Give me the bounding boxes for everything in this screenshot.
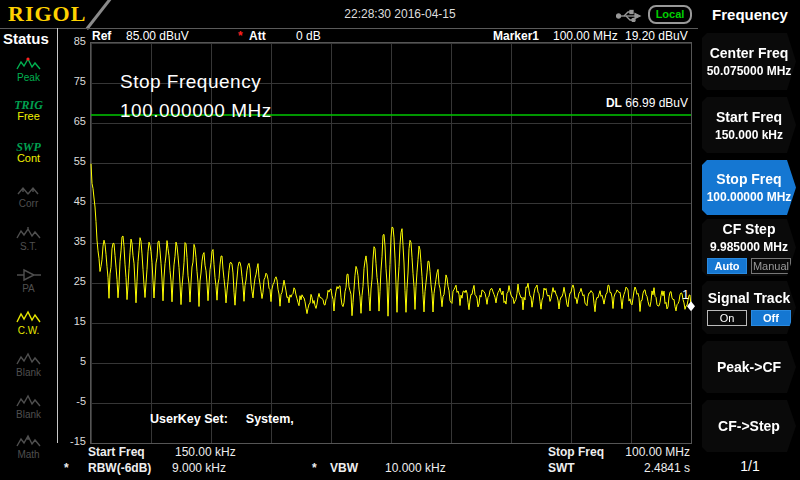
menu-title-frequency: Frequency <box>700 6 800 23</box>
status-item-peak: Peak <box>2 57 55 83</box>
usb-icon <box>616 8 642 26</box>
dl-value: 66.99 dBuV <box>625 96 688 110</box>
rbw-label: RBW(-6dB) <box>88 461 151 475</box>
y-axis-tick: 85 <box>58 35 86 47</box>
analyzer-screen: RIGOL 22:28:30 2016-04-15 Local Status P… <box>0 0 800 480</box>
ref-value: 85.00 dBuV <box>126 29 189 43</box>
y-axis-tick: -15 <box>58 435 86 447</box>
softkey-start-freq[interactable]: Start Freq 150.000 kHz <box>702 97 796 153</box>
status-item-label: C.W. <box>2 325 55 336</box>
marker-readout-ampl: 19.20 dBuV <box>625 29 688 43</box>
trig-mode: Free <box>2 111 55 122</box>
status-item-label: Blank <box>2 367 55 378</box>
display-line-readout: DL 66.99 dBuV <box>480 96 688 110</box>
status-item-sweep: SWP Cont <box>2 142 55 164</box>
status-item-trigger: TRIG Free <box>2 100 55 122</box>
status-item-label: PA <box>2 283 55 294</box>
spectrum-trace <box>91 164 691 317</box>
peak-waveform-icon <box>16 57 42 71</box>
marker-readout-freq: 100.00 MHz <box>553 29 618 43</box>
softkey-cf-to-step[interactable]: CF->Step <box>702 400 796 452</box>
status-item-blank2: Blank <box>2 394 55 420</box>
softkey-label: CF->Step <box>718 418 780 434</box>
status-item-label: Math <box>2 449 55 460</box>
att-coupled-star: * <box>238 29 243 43</box>
marker-readout-label: Marker1 <box>493 29 539 43</box>
swt-label: SWT <box>548 461 575 475</box>
signal-track-off-option[interactable]: Off <box>751 310 791 326</box>
stop-freq-label: Stop Freq <box>548 445 604 459</box>
softkey-label: Start Freq <box>716 109 782 125</box>
softkey-value: 150.000 kHz <box>715 128 783 142</box>
att-label: Att <box>249 29 266 43</box>
status-item-label: Corr <box>2 198 55 209</box>
signal-track-on-option[interactable]: On <box>707 310 747 326</box>
vbw-label: VBW <box>330 461 358 475</box>
status-item-corr: Corr <box>2 184 55 209</box>
status-item-label: Blank <box>2 409 55 420</box>
userkey-label: UserKey Set: <box>150 412 228 426</box>
status-item-cw: C.W. <box>2 310 55 336</box>
y-axis-tick: 5 <box>58 355 86 367</box>
start-freq-label: Start Freq <box>88 445 145 459</box>
signal-track-icon <box>16 226 42 240</box>
softkey-cf-step[interactable]: CF Step 9.985000 MHz Auto Manual <box>702 219 796 276</box>
y-axis-tick: 65 <box>58 115 86 127</box>
swp-mode: Cont <box>2 153 55 164</box>
cw-waveform-icon <box>16 310 42 324</box>
softkey-value: 9.985000 MHz <box>710 240 788 254</box>
softkey-label: Stop Freq <box>716 171 781 187</box>
menu-page-indicator: 1/1 <box>700 458 800 474</box>
y-axis-tick: 75 <box>58 75 86 87</box>
att-value: 0 dB <box>296 29 321 43</box>
status-panel-title: Status <box>3 30 49 47</box>
marker1-diamond <box>687 301 695 311</box>
softkey-label: Peak->CF <box>717 359 781 375</box>
start-freq-value: 150.00 kHz <box>175 445 236 459</box>
rbw-coupled-star: * <box>64 461 69 475</box>
softkey-center-freq[interactable]: Center Freq 50.075000 MHz <box>702 33 796 90</box>
softkey-value: 50.075000 MHz <box>707 64 792 78</box>
softkey-label: Signal Track <box>708 290 790 306</box>
cf-step-manual-option[interactable]: Manual <box>751 258 791 274</box>
active-function-line2: 100.000000 MHz <box>120 100 272 122</box>
stop-freq-value: 100.00 MHz <box>600 445 690 459</box>
signal-track-toggle: On Off <box>707 310 791 326</box>
y-axis-tick: 55 <box>58 155 86 167</box>
blank-waveform-icon <box>16 352 42 366</box>
status-item-pa: PA <box>2 268 55 294</box>
rbw-value: 9.000 kHz <box>172 461 226 475</box>
status-item-label: S.T. <box>2 241 55 252</box>
userkey-value: System, <box>246 412 294 426</box>
swt-value: 2.4841 s <box>600 461 690 475</box>
cf-step-auto-option[interactable]: Auto <box>707 258 747 274</box>
timestamp: 22:28:30 2016-04-15 <box>300 7 500 21</box>
softkey-value: 100.00000 MHz <box>707 190 792 204</box>
softkey-signal-track[interactable]: Signal Track On Off <box>702 281 796 334</box>
y-axis-tick: 45 <box>58 195 86 207</box>
vbw-value: 10.000 kHz <box>385 461 446 475</box>
y-axis-tick: 25 <box>58 275 86 287</box>
softkey-stop-freq[interactable]: Stop Freq 100.00000 MHz <box>702 160 796 215</box>
math-waveform-icon <box>16 434 42 448</box>
cf-step-toggle: Auto Manual <box>707 258 791 274</box>
dl-label-text: DL <box>606 96 622 110</box>
vbw-coupled-star: * <box>312 461 317 475</box>
y-axis-tick: -5 <box>58 395 86 407</box>
marker1-number: 1 <box>682 287 689 302</box>
status-item-math: Math <box>2 434 55 460</box>
blank-waveform-icon <box>16 394 42 408</box>
logo-slash-divider <box>86 0 112 30</box>
rigol-logo: RIGOL <box>8 1 86 27</box>
active-function-line1: Stop Frequency <box>120 71 261 93</box>
softkey-label: Center Freq <box>710 45 789 61</box>
softkey-label: CF Step <box>723 221 776 237</box>
y-axis-tick: 35 <box>58 235 86 247</box>
status-item-label: Peak <box>2 72 55 83</box>
softkey-peak-to-cf[interactable]: Peak->CF <box>702 341 796 393</box>
userkey-message: UserKey Set:System, <box>150 412 312 426</box>
y-axis-tick: 15 <box>58 315 86 327</box>
ref-label: Ref <box>92 29 111 43</box>
corr-icon <box>16 184 42 197</box>
status-item-st: S.T. <box>2 226 55 252</box>
